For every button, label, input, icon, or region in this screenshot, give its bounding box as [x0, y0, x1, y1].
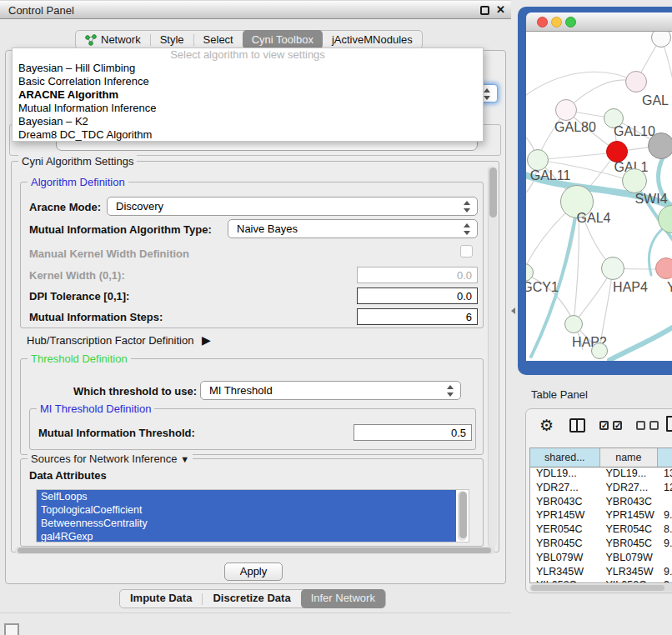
- mi-algorithm-type-label: Mutual Information Algorithm Type:: [29, 223, 212, 236]
- node-pink-top[interactable]: [625, 71, 647, 92]
- spinner-arrows-icon: [464, 200, 471, 213]
- table-row[interactable]: YBL079WYBL079W: [530, 552, 672, 566]
- dpi-tolerance-field[interactable]: 0.0: [357, 288, 478, 304]
- docked-panel-icon[interactable]: [4, 623, 19, 635]
- tab-cyni-toolbox[interactable]: Cyni Toolbox: [243, 30, 323, 49]
- column-header-name[interactable]: name: [600, 448, 659, 467]
- table-cell: YER054C: [530, 523, 600, 538]
- which-threshold-combobox[interactable]: MI Threshold: [200, 381, 461, 400]
- data-attribute-item[interactable]: SelfLoops: [37, 490, 456, 503]
- tab-style[interactable]: Style: [151, 30, 193, 49]
- network-canvas[interactable]: GAL GAL80 GAL10 GAL1 GAL11 SWI4 GAL4 GCY…: [526, 32, 672, 361]
- table-cell: YDR27...: [530, 482, 600, 496]
- table-row[interactable]: YDR27...YDR27...12: [530, 482, 672, 496]
- table-cell: YPR145W: [530, 509, 600, 523]
- mi-threshold-label: Mutual Information Threshold:: [38, 427, 195, 439]
- sources-group: Sources for Network Inference ▼ Data Att…: [20, 458, 484, 547]
- node-swi4[interactable]: [622, 168, 647, 193]
- network-window-titlebar[interactable]: [526, 12, 672, 32]
- unchecked-checkbox-icon[interactable]: [636, 421, 645, 430]
- data-attribute-item[interactable]: BetweennessCentrality: [37, 517, 456, 530]
- node-gal80[interactable]: [555, 99, 577, 121]
- network-window-focus-frame: GAL GAL80 GAL10 GAL1 GAL11 SWI4 GAL4 GCY…: [518, 7, 672, 375]
- algorithm-option[interactable]: Dream8 DC_TDC Algorithm: [13, 128, 483, 142]
- settings-horizontal-scrollbar-thumb[interactable]: [18, 548, 491, 553]
- table-cell: YBR045C: [600, 538, 659, 552]
- algorithm-option[interactable]: Basic Correlation Inference: [13, 75, 483, 88]
- tab-jactivemnodules-label: jActiveMNodules: [332, 31, 413, 49]
- table-row[interactable]: YBR045CYBR045C9.: [530, 538, 672, 552]
- algorithm-option[interactable]: Bayesian – K2: [13, 115, 483, 128]
- node-hap4[interactable]: [601, 257, 624, 280]
- settings-vertical-scrollbar[interactable]: [488, 166, 497, 548]
- data-attribute-item[interactable]: gal4RGexp: [37, 530, 456, 542]
- table-row[interactable]: YER054CYER054C8.: [530, 523, 672, 538]
- table-cell: YDR27...: [600, 482, 659, 496]
- column-header-partial[interactable]: [658, 448, 672, 467]
- table-cell: YDL19...: [530, 468, 600, 482]
- attributes-scrollbar[interactable]: [458, 491, 467, 541]
- mi-threshold-field[interactable]: 0.5: [354, 424, 472, 441]
- apply-button[interactable]: Apply: [224, 562, 283, 581]
- tab-jactivemnodules[interactable]: jActiveMNodules: [323, 30, 422, 49]
- hub-definition-expander[interactable]: Hub/Transcription Factor Definition ▶: [27, 333, 211, 347]
- manual-kernel-width-checkbox[interactable]: [460, 245, 473, 258]
- node-salmon-right[interactable]: [655, 258, 672, 279]
- zoom-window-button[interactable]: [565, 17, 576, 28]
- mi-steps-field[interactable]: 6: [357, 308, 478, 325]
- document-icon[interactable]: [666, 416, 672, 432]
- tab-discretize-data[interactable]: Discretize Data: [203, 589, 300, 608]
- data-attribute-item[interactable]: TopologicalCoefficient: [37, 503, 456, 517]
- expand-right-arrow-icon: ▶: [202, 333, 211, 347]
- algorithm-option[interactable]: ARACNE Algorithm: [13, 88, 483, 102]
- tab-style-label: Style: [160, 31, 184, 49]
- table-row[interactable]: YPR145WYPR145W9.: [530, 509, 672, 523]
- split-columns-icon[interactable]: [569, 418, 585, 432]
- algorithm-option[interactable]: Bayesian – Hill Climbing: [13, 62, 483, 75]
- splitter-collapse-icon[interactable]: [511, 308, 515, 314]
- aracne-mode-combobox[interactable]: Discovery: [107, 197, 478, 216]
- mi-threshold-definition-group: MI Threshold Definition Mutual Informati…: [29, 408, 476, 450]
- float-panel-icon[interactable]: [480, 6, 489, 15]
- cyni-settings-group-title: Cyni Algorithm Settings: [18, 155, 137, 168]
- tab-network[interactable]: Network: [76, 30, 150, 49]
- tab-infer-network[interactable]: Infer Network: [301, 589, 385, 608]
- settings-vertical-scrollbar-thumb[interactable]: [489, 168, 497, 218]
- table-row[interactable]: YBR043CYBR043C: [530, 496, 672, 510]
- panel-bottom-divider: [0, 612, 511, 613]
- algorithm-option[interactable]: Mutual Information Inference: [13, 102, 483, 115]
- tab-impute-data[interactable]: Impute Data: [120, 589, 202, 608]
- table-cell: YIL052C: [530, 579, 600, 582]
- node-hap2[interactable]: [564, 315, 583, 333]
- kernel-width-field[interactable]: 0.0: [357, 267, 478, 283]
- close-window-button[interactable]: [537, 17, 548, 28]
- attributes-scrollbar-thumb[interactable]: [459, 492, 467, 538]
- node-unlabeled-bottom[interactable]: [591, 342, 608, 359]
- checked-checkbox-icon[interactable]: ✓: [599, 421, 609, 430]
- table-horizontal-scrollbar[interactable]: [529, 584, 672, 592]
- node-gray[interactable]: [648, 132, 672, 159]
- data-attributes-list[interactable]: SelfLoopsTopologicalCoefficientBetweenne…: [36, 489, 469, 542]
- checked-checkbox-icon[interactable]: ✓: [613, 421, 622, 430]
- table-row[interactable]: YLR345WYLR345W9.: [530, 566, 672, 580]
- collapse-down-arrow-icon[interactable]: ▼: [180, 454, 189, 464]
- tab-select[interactable]: Select: [194, 30, 243, 49]
- settings-horizontal-scrollbar[interactable]: [15, 547, 495, 554]
- sources-group-title: Sources for Network Inference ▼: [28, 452, 193, 465]
- close-panel-icon[interactable]: ✕: [496, 3, 505, 16]
- node-label-swi4: SWI4: [634, 192, 667, 207]
- column-header-shared[interactable]: shared...: [530, 448, 600, 467]
- minimize-window-button[interactable]: [551, 17, 562, 28]
- gear-icon[interactable]: ⚙: [539, 416, 554, 435]
- mi-algorithm-type-value: Naive Bayes: [237, 222, 298, 235]
- table-cell: YBL079W: [600, 552, 659, 566]
- table-header: shared... name: [530, 448, 672, 468]
- table-horizontal-scrollbar-thumb[interactable]: [531, 585, 664, 591]
- network-view-window[interactable]: GAL GAL80 GAL10 GAL1 GAL11 SWI4 GAL4 GCY…: [526, 12, 672, 361]
- unchecked-checkbox-icon[interactable]: [649, 421, 659, 430]
- control-panel-titlebar[interactable]: Control Panel ✕: [0, 0, 511, 19]
- mi-algorithm-type-combobox[interactable]: Naive Bayes: [228, 219, 478, 238]
- table-row[interactable]: YIL052CYIL052C9: [530, 579, 672, 582]
- table-row[interactable]: YDL19...YDL19...13: [530, 468, 672, 482]
- table-cell: YBL079W: [530, 552, 600, 566]
